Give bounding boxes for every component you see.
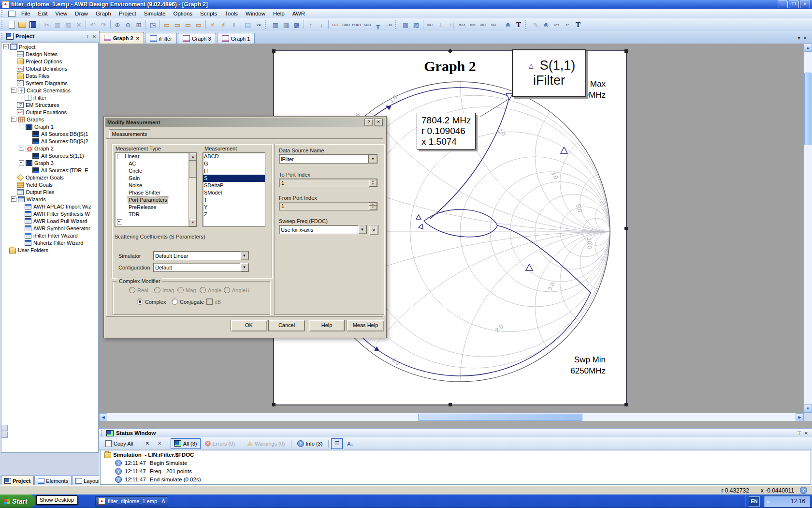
filter-errors-button[interactable]: ✕Errors (0) <box>202 438 238 449</box>
mdi-child-icon[interactable] <box>8 11 15 17</box>
meas-g[interactable]: G <box>203 160 265 167</box>
marker-offset-icon[interactable]: +| <box>446 20 457 30</box>
port-icon[interactable]: PORT <box>351 20 362 30</box>
language-indicator[interactable]: EN <box>749 496 760 507</box>
sweep-freq-combo[interactable]: Use for x-axis▼ <box>279 225 367 234</box>
chevron-icon[interactable]: « <box>764 498 773 505</box>
type-gain[interactable]: Gain <box>115 175 196 182</box>
menu-edit[interactable]: Edit <box>34 10 52 17</box>
vertical-scrollbar[interactable]: ▲ ▼ <box>803 44 812 413</box>
scroll-up-icon[interactable]: ▲ <box>189 153 197 161</box>
toolbar-grip[interactable] <box>395 20 399 29</box>
add-load-icon[interactable]: ▭ <box>172 20 183 30</box>
tree-item-optimizer-goals[interactable]: Optimizer Goals <box>1 174 98 181</box>
measurement-list[interactable]: ABCD G H S SDeltaP SModel T Y Z <box>203 152 265 227</box>
menu-project[interactable]: Project <box>115 10 140 17</box>
tree-item-design-notes[interactable]: Design Notes <box>1 50 98 58</box>
type-ac[interactable]: AC <box>115 160 196 167</box>
scroll-thumb[interactable] <box>189 160 197 178</box>
cascade-icon[interactable]: ▩ <box>291 20 302 30</box>
radio-mag[interactable]: Mag. <box>177 287 197 293</box>
tree-item-measurement[interactable]: All Sources:S(1,1) <box>1 152 98 159</box>
expand-icon[interactable] <box>117 219 122 224</box>
tree-item-user-folders[interactable]: User Folders <box>1 246 98 254</box>
meas-abcd[interactable]: ABCD <box>203 153 265 160</box>
toolbar-grip[interactable] <box>265 20 269 29</box>
legend-box[interactable]: —△— S(1,1) iFilter <box>512 49 586 97</box>
start-button[interactable]: Start <box>0 494 35 508</box>
tree-item-wizard[interactable]: AWR Symbol Generator <box>1 224 98 232</box>
ok-button[interactable]: OK <box>231 320 267 331</box>
pin-wire-icon[interactable]: ╥ <box>373 20 383 30</box>
menu-tools[interactable]: Tools <box>221 10 242 17</box>
cancel-button[interactable]: Cancel <box>268 320 305 331</box>
text-tool-icon[interactable]: T <box>513 20 524 30</box>
chevron-down-icon[interactable]: ▼ <box>368 155 377 163</box>
type-noise[interactable]: Noise <box>115 182 196 189</box>
spin-down-icon[interactable]: ▼ <box>369 182 377 187</box>
menu-draw[interactable]: Draw <box>71 10 92 17</box>
tree-item-circuit-schematics[interactable]: Circuit Schematics <box>1 87 98 94</box>
delete-icon[interactable]: ✕ <box>73 20 84 30</box>
menu-view[interactable]: View <box>51 10 71 17</box>
resize-handle[interactable] <box>449 403 452 406</box>
docked-toolbar-stub[interactable] <box>1 432 8 438</box>
checkbox-db[interactable]: dB <box>206 299 221 305</box>
redo-icon[interactable]: ↷ <box>98 20 109 30</box>
add-graph-icon[interactable]: ▭ <box>193 20 204 30</box>
type-clipped-row[interactable] <box>115 218 196 225</box>
undo-icon[interactable]: ↶ <box>87 20 98 30</box>
type-tdr[interactable]: TDR <box>115 211 196 218</box>
help-button[interactable]: Help <box>309 320 345 331</box>
resize-handle[interactable] <box>272 49 276 53</box>
tab-layout[interactable]: Layout <box>72 476 103 485</box>
horizontal-scrollbar[interactable]: ◀ ▶ <box>99 413 804 421</box>
move-down-icon[interactable]: ↓ <box>316 20 327 30</box>
collapse-icon[interactable] <box>117 154 122 159</box>
move-up-icon[interactable]: ↑ <box>305 20 316 30</box>
scroll-right-icon[interactable]: ▶ <box>796 413 804 421</box>
variable-browser-icon[interactable]: V= <box>253 20 264 30</box>
tree-item-global-definitions[interactable]: Global Definitions <box>1 65 98 72</box>
marker-readout[interactable]: 7804.2 MHz r 0.109046 x 1.5074 <box>417 113 476 149</box>
tab-graph-1[interactable]: Graph 1 <box>217 33 255 44</box>
scroll-down-icon[interactable]: ▼ <box>189 219 197 226</box>
tune-tool-icon[interactable]: ✎ <box>530 20 541 30</box>
docked-toolbar-stub[interactable] <box>1 425 8 431</box>
menu-graph[interactable]: Graph <box>92 10 115 17</box>
to-port-spinner[interactable]: 1▲▼ <box>279 179 377 187</box>
cut-icon[interactable]: ✂ <box>42 20 52 30</box>
tree-item-wizard[interactable]: AWR Filter Synthesis W <box>1 210 98 217</box>
open-file-icon[interactable] <box>17 20 28 30</box>
meas-t[interactable]: T <box>203 196 265 204</box>
marker-max-icon[interactable]: MAX <box>457 20 467 30</box>
copy-icon[interactable]: ▥ <box>52 20 63 30</box>
marker-search-icon[interactable]: M1? <box>478 20 489 30</box>
menu-help[interactable]: Help <box>269 10 289 17</box>
chevron-down-icon[interactable]: ▼ <box>240 252 248 260</box>
delete-button[interactable]: ✕ <box>142 438 153 449</box>
new-window-icon[interactable]: ◳ <box>147 20 158 30</box>
restore-button[interactable]: ❐ <box>789 0 799 8</box>
collapse-icon[interactable] <box>3 44 9 49</box>
scroll-up-icon[interactable]: ▲ <box>804 44 812 52</box>
type-port-parameters[interactable]: Port Parameters <box>115 196 196 204</box>
subcircuit-icon[interactable]: SUB <box>362 20 373 30</box>
meas-y[interactable]: Y <box>203 204 265 211</box>
chevron-down-icon[interactable]: ▼ <box>240 263 248 271</box>
marker-ref-icon[interactable]: REF <box>489 20 499 30</box>
tree-item-project[interactable]: Project <box>1 43 98 50</box>
design-notes-icon[interactable]: ▤ <box>243 20 253 30</box>
tree-item-measurement[interactable]: All Sources:DB(|S(2 <box>1 137 98 145</box>
tab-elements[interactable]: Elements <box>34 476 72 485</box>
meas-sdeltap[interactable]: SDeltaP <box>203 182 265 189</box>
marker-axis-icon[interactable]: ⊥ <box>435 20 446 30</box>
log-row[interactable]: ? 12:11:47 Freq - 201 points <box>101 467 811 475</box>
meas-z[interactable]: Z <box>203 211 265 218</box>
step-back-icon[interactable]: ←10 <box>383 20 394 30</box>
menu-simulate[interactable]: Simulate <box>140 10 170 17</box>
tab-close-icon[interactable]: × <box>136 35 139 41</box>
text-tool-icon[interactable]: T <box>573 20 583 30</box>
scroll-down-icon[interactable]: ▼ <box>804 404 812 413</box>
scroll-thumb[interactable] <box>418 414 582 421</box>
